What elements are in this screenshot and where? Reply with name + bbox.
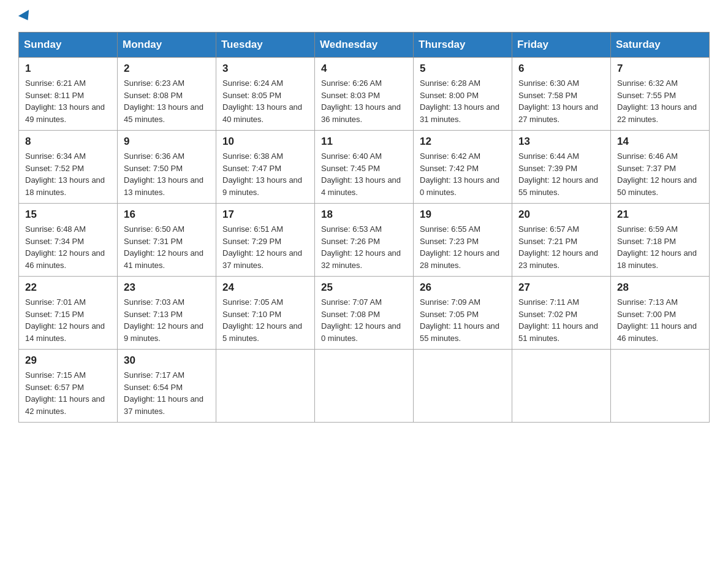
day-info: Sunrise: 7:11 AMSunset: 7:02 PMDaylight:… — [518, 296, 604, 344]
calendar-cell — [315, 350, 414, 423]
day-number: 25 — [321, 282, 407, 294]
day-number: 18 — [321, 209, 407, 221]
day-info: Sunrise: 6:26 AMSunset: 8:03 PMDaylight:… — [321, 77, 407, 125]
calendar-cell: 4Sunrise: 6:26 AMSunset: 8:03 PMDaylight… — [315, 58, 414, 131]
calendar-week-row: 22Sunrise: 7:01 AMSunset: 7:15 PMDayligh… — [19, 277, 710, 350]
calendar-cell: 27Sunrise: 7:11 AMSunset: 7:02 PMDayligh… — [512, 277, 611, 350]
calendar-cell: 3Sunrise: 6:24 AMSunset: 8:05 PMDaylight… — [216, 58, 315, 131]
day-info: Sunrise: 7:03 AMSunset: 7:13 PMDaylight:… — [124, 296, 210, 344]
day-number: 7 — [617, 63, 703, 75]
day-number: 22 — [25, 282, 111, 294]
calendar-table: SundayMondayTuesdayWednesdayThursdayFrid… — [18, 32, 710, 423]
day-number: 10 — [222, 136, 308, 148]
calendar-cell: 1Sunrise: 6:21 AMSunset: 8:11 PMDaylight… — [19, 58, 118, 131]
day-number: 5 — [420, 63, 506, 75]
calendar-cell: 5Sunrise: 6:28 AMSunset: 8:00 PMDaylight… — [414, 58, 512, 131]
day-info: Sunrise: 6:55 AMSunset: 7:23 PMDaylight:… — [420, 223, 506, 271]
day-info: Sunrise: 7:09 AMSunset: 7:05 PMDaylight:… — [420, 296, 506, 344]
day-info: Sunrise: 6:42 AMSunset: 7:42 PMDaylight:… — [420, 150, 506, 198]
calendar-cell: 13Sunrise: 6:44 AMSunset: 7:39 PMDayligh… — [512, 131, 611, 204]
calendar-cell: 29Sunrise: 7:15 AMSunset: 6:57 PMDayligh… — [19, 350, 118, 423]
day-number: 12 — [420, 136, 506, 148]
day-number: 29 — [25, 354, 111, 367]
calendar-cell: 17Sunrise: 6:51 AMSunset: 7:29 PMDayligh… — [216, 204, 315, 277]
calendar-cell: 22Sunrise: 7:01 AMSunset: 7:15 PMDayligh… — [19, 277, 118, 350]
calendar-cell: 23Sunrise: 7:03 AMSunset: 7:13 PMDayligh… — [118, 277, 216, 350]
calendar-cell: 14Sunrise: 6:46 AMSunset: 7:37 PMDayligh… — [611, 131, 710, 204]
calendar-cell: 16Sunrise: 6:50 AMSunset: 7:31 PMDayligh… — [118, 204, 216, 277]
day-info: Sunrise: 7:01 AMSunset: 7:15 PMDaylight:… — [25, 296, 111, 344]
day-number: 23 — [124, 282, 210, 294]
day-info: Sunrise: 6:36 AMSunset: 7:50 PMDaylight:… — [124, 150, 210, 198]
day-info: Sunrise: 6:40 AMSunset: 7:45 PMDaylight:… — [321, 150, 407, 198]
day-info: Sunrise: 6:51 AMSunset: 7:29 PMDaylight:… — [222, 223, 308, 271]
day-info: Sunrise: 6:48 AMSunset: 7:34 PMDaylight:… — [25, 223, 111, 271]
calendar-header-row: SundayMondayTuesdayWednesdayThursdayFrid… — [19, 33, 710, 58]
calendar-header-wednesday: Wednesday — [315, 33, 414, 58]
calendar-header-friday: Friday — [512, 33, 611, 58]
calendar-cell: 9Sunrise: 6:36 AMSunset: 7:50 PMDaylight… — [118, 131, 216, 204]
day-number: 28 — [617, 282, 703, 294]
day-number: 16 — [124, 209, 210, 221]
calendar-cell — [611, 350, 710, 423]
day-number: 27 — [518, 282, 604, 294]
calendar-header-monday: Monday — [118, 33, 216, 58]
day-info: Sunrise: 6:30 AMSunset: 7:58 PMDaylight:… — [518, 77, 604, 125]
calendar-week-row: 1Sunrise: 6:21 AMSunset: 8:11 PMDaylight… — [19, 58, 710, 131]
day-number: 4 — [321, 63, 407, 75]
day-number: 13 — [518, 136, 604, 148]
day-info: Sunrise: 6:21 AMSunset: 8:11 PMDaylight:… — [25, 77, 111, 125]
calendar-cell: 8Sunrise: 6:34 AMSunset: 7:52 PMDaylight… — [19, 131, 118, 204]
calendar-cell: 12Sunrise: 6:42 AMSunset: 7:42 PMDayligh… — [414, 131, 512, 204]
day-number: 20 — [518, 209, 604, 221]
calendar-cell — [216, 350, 315, 423]
calendar-cell: 28Sunrise: 7:13 AMSunset: 7:00 PMDayligh… — [611, 277, 710, 350]
day-info: Sunrise: 7:15 AMSunset: 6:57 PMDaylight:… — [25, 369, 111, 417]
day-number: 30 — [124, 354, 210, 367]
calendar-header-thursday: Thursday — [414, 33, 512, 58]
day-number: 6 — [518, 63, 604, 75]
calendar-week-row: 15Sunrise: 6:48 AMSunset: 7:34 PMDayligh… — [19, 204, 710, 277]
day-number: 15 — [25, 209, 111, 221]
day-number: 11 — [321, 136, 407, 148]
calendar-cell: 15Sunrise: 6:48 AMSunset: 7:34 PMDayligh… — [19, 204, 118, 277]
logo — [18, 12, 32, 21]
day-info: Sunrise: 6:59 AMSunset: 7:18 PMDaylight:… — [617, 223, 703, 271]
calendar-header-sunday: Sunday — [19, 33, 118, 58]
calendar-header-saturday: Saturday — [611, 33, 710, 58]
calendar-cell — [512, 350, 611, 423]
calendar-cell: 7Sunrise: 6:32 AMSunset: 7:55 PMDaylight… — [611, 58, 710, 131]
day-info: Sunrise: 6:50 AMSunset: 7:31 PMDaylight:… — [124, 223, 210, 271]
calendar-week-row: 29Sunrise: 7:15 AMSunset: 6:57 PMDayligh… — [19, 350, 710, 423]
day-info: Sunrise: 7:05 AMSunset: 7:10 PMDaylight:… — [222, 296, 308, 344]
calendar-cell: 6Sunrise: 6:30 AMSunset: 7:58 PMDaylight… — [512, 58, 611, 131]
day-info: Sunrise: 6:34 AMSunset: 7:52 PMDaylight:… — [25, 150, 111, 198]
calendar-cell: 30Sunrise: 7:17 AMSunset: 6:54 PMDayligh… — [118, 350, 216, 423]
day-number: 26 — [420, 282, 506, 294]
logo-triangle-icon — [18, 10, 33, 23]
day-info: Sunrise: 7:17 AMSunset: 6:54 PMDaylight:… — [124, 369, 210, 417]
day-number: 9 — [124, 136, 210, 148]
calendar-header-tuesday: Tuesday — [216, 33, 315, 58]
day-number: 14 — [617, 136, 703, 148]
day-number: 1 — [25, 63, 111, 75]
day-info: Sunrise: 6:32 AMSunset: 7:55 PMDaylight:… — [617, 77, 703, 125]
calendar-cell: 19Sunrise: 6:55 AMSunset: 7:23 PMDayligh… — [414, 204, 512, 277]
day-info: Sunrise: 6:38 AMSunset: 7:47 PMDaylight:… — [222, 150, 308, 198]
calendar-cell: 24Sunrise: 7:05 AMSunset: 7:10 PMDayligh… — [216, 277, 315, 350]
calendar-cell: 2Sunrise: 6:23 AMSunset: 8:08 PMDaylight… — [118, 58, 216, 131]
day-info: Sunrise: 7:13 AMSunset: 7:00 PMDaylight:… — [617, 296, 703, 344]
day-info: Sunrise: 6:44 AMSunset: 7:39 PMDaylight:… — [518, 150, 604, 198]
calendar-cell: 25Sunrise: 7:07 AMSunset: 7:08 PMDayligh… — [315, 277, 414, 350]
day-info: Sunrise: 6:24 AMSunset: 8:05 PMDaylight:… — [222, 77, 308, 125]
day-number: 21 — [617, 209, 703, 221]
day-info: Sunrise: 7:07 AMSunset: 7:08 PMDaylight:… — [321, 296, 407, 344]
day-info: Sunrise: 6:53 AMSunset: 7:26 PMDaylight:… — [321, 223, 407, 271]
day-info: Sunrise: 6:28 AMSunset: 8:00 PMDaylight:… — [420, 77, 506, 125]
day-number: 24 — [222, 282, 308, 294]
day-info: Sunrise: 6:23 AMSunset: 8:08 PMDaylight:… — [124, 77, 210, 125]
calendar-cell: 20Sunrise: 6:57 AMSunset: 7:21 PMDayligh… — [512, 204, 611, 277]
calendar-cell: 18Sunrise: 6:53 AMSunset: 7:26 PMDayligh… — [315, 204, 414, 277]
day-number: 19 — [420, 209, 506, 221]
calendar-cell: 11Sunrise: 6:40 AMSunset: 7:45 PMDayligh… — [315, 131, 414, 204]
